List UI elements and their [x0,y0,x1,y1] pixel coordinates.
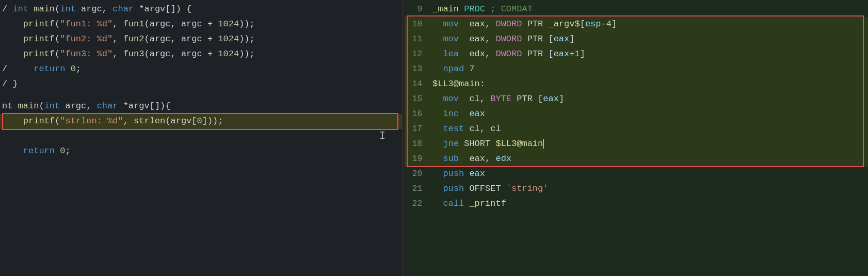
code-line: printf("fun1: %d", fun1(argc, argc + 102… [0,17,402,32]
line-number: 22 [405,198,430,211]
line-number: 14 [405,78,430,91]
line-number: 21 [405,183,430,196]
line-number: 16 [405,108,430,121]
asm-line: 22 call _printf [405,197,868,212]
asm-line: 15 mov cl, BYTE PTR [eax] [405,92,868,107]
line-number: 20 [405,168,430,181]
code-line: / int main(int argc, char *argv[]) { [0,2,402,17]
line-number: 13 [405,63,430,76]
line-number: 17 [405,123,430,136]
asm-line: 17 test cl, cl [405,122,868,137]
code-line [0,129,402,144]
code-line: printf("fun2: %d", fun2(argc, argc + 102… [0,32,402,47]
asm-line: 20 push eax [405,167,868,182]
asm-line: 14$LL3@main: [405,77,868,92]
line-number: 12 [405,48,430,61]
line-number: 19 [405,153,430,166]
asm-line: 11 mov eax, DWORD PTR [eax] [405,32,868,47]
left-bottom-section: nt main(int argc, char *argv[]){ printf(… [0,99,402,159]
code-line: / return 0; [0,62,402,77]
asm-line: 18 jne SHORT $LL3@main [405,137,868,152]
text-cursor [543,139,544,149]
left-code-pane: / int main(int argc, char *argv[]) { pri… [0,0,403,276]
line-number: 15 [405,93,430,106]
right-code-pane: 9_main PROC ; COMDAT10 mov eax, DWORD PT… [405,0,868,276]
asm-line: 9_main PROC ; COMDAT [405,2,868,17]
asm-line: 21 push OFFSET `string' [405,182,868,197]
line-number: 11 [405,33,430,46]
assembly-code: 9_main PROC ; COMDAT10 mov eax, DWORD PT… [405,0,868,214]
asm-line: 13 npad 7 [405,62,868,77]
asm-line: 12 lea edx, DWORD PTR [eax+1] [405,47,868,62]
text-cursor: I [379,129,385,141]
asm-line: 19 sub eax, edx [405,152,868,167]
code-line: return 0; [0,144,402,159]
code-line: printf("fun3: %d", fun3(argc, argc + 102… [0,47,402,62]
asm-line: 10 mov eax, DWORD PTR _argv$[esp-4] [405,17,868,32]
code-line: nt main(int argc, char *argv[]){ [0,99,402,114]
line-number: 10 [405,18,430,31]
asm-line: 16 inc eax [405,107,868,122]
code-line: / } [0,77,402,92]
line-number: 9 [405,3,430,17]
code-line: printf("strlen: %d", strlen(argv[0])); [0,114,402,129]
left-top-section: / int main(int argc, char *argv[]) { pri… [0,0,402,94]
line-number: 18 [405,138,430,151]
